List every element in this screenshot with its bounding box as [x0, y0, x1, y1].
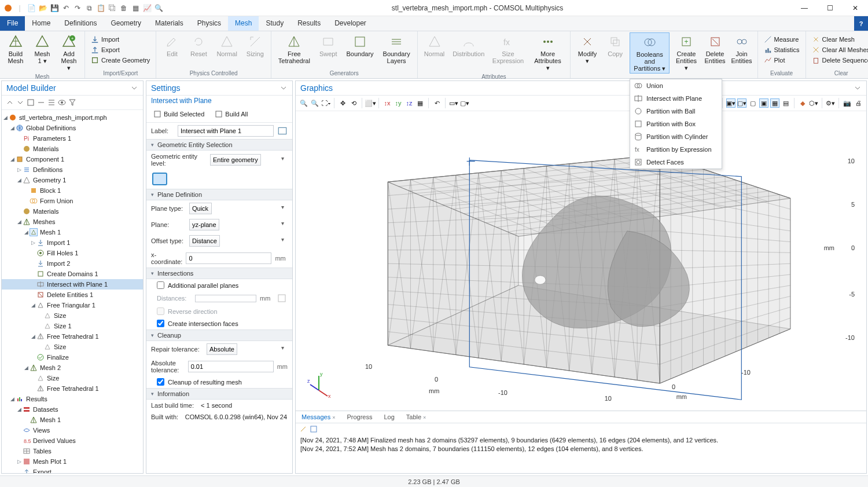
tree-node[interactable]: PiParameters 1: [2, 133, 143, 144]
dd-partition-cylinder[interactable]: Partition with Cylinder: [630, 130, 722, 143]
x-coordinate-input[interactable]: [186, 252, 271, 264]
select-edge-icon[interactable]: ▢: [748, 98, 757, 108]
more-attributes-button[interactable]: More Attributes ▾: [529, 32, 567, 72]
dd-partition-expression[interactable]: fxPartition by Expression: [630, 143, 722, 156]
tree-node[interactable]: ◢Geometry 1: [2, 175, 143, 185]
collapse-icon[interactable]: [854, 84, 862, 92]
save-icon[interactable]: 💾: [50, 3, 59, 13]
booleans-partitions-button[interactable]: Booleans and Partitions ▾: [630, 32, 670, 74]
tree-node[interactable]: ▷Mesh Plot 1: [2, 456, 143, 467]
pan-icon[interactable]: ✥: [338, 98, 347, 108]
duplicate-icon[interactable]: ⿻: [108, 3, 117, 13]
rotate-icon[interactable]: ⟲: [349, 98, 358, 108]
sec-intersections[interactable]: Intersections: [146, 268, 292, 279]
plane-select[interactable]: yz-plane: [189, 219, 219, 230]
tree-filter-icon[interactable]: [68, 98, 77, 107]
tree-node[interactable]: Export: [2, 467, 143, 473]
tab-log[interactable]: Log: [378, 411, 400, 423]
tree-node[interactable]: ◢Mesh 2: [2, 362, 143, 373]
tree-node[interactable]: ◢Free Tetrahedral 1: [2, 331, 143, 342]
tree-node[interactable]: ◢Free Triangular 1: [2, 300, 143, 310]
join-entities-button[interactable]: Join Entities: [730, 32, 754, 65]
dd-union[interactable]: Union: [630, 79, 722, 92]
zoom-in-icon[interactable]: 🔍: [299, 98, 308, 108]
new-icon[interactable]: 📄: [27, 3, 36, 13]
grid-icon[interactable]: ▦: [131, 3, 140, 13]
tree-node[interactable]: Size: [2, 342, 143, 352]
tree-node[interactable]: Materials: [2, 206, 143, 217]
collapse-icon[interactable]: [279, 84, 288, 92]
light-icon[interactable]: ▢▾: [460, 98, 469, 108]
offset-type-select[interactable]: Distance: [189, 235, 220, 247]
close-button[interactable]: ✕: [843, 0, 868, 16]
broom-icon[interactable]: [299, 425, 307, 433]
create-intersection-faces-checkbox[interactable]: [157, 320, 164, 327]
build-selected-button[interactable]: Build Selected: [151, 109, 207, 119]
dd-intersect-plane[interactable]: Intersect with Plane: [630, 92, 722, 105]
sec-plane-definition[interactable]: Plane Definition: [146, 189, 292, 200]
boundary-button[interactable]: Boundary: [343, 32, 377, 58]
nav-up-icon[interactable]: [5, 98, 14, 107]
tab-study[interactable]: Study: [259, 16, 290, 31]
tab-progress[interactable]: Progress: [341, 411, 378, 423]
tab-materials[interactable]: Materials: [148, 16, 190, 31]
zoom-extents-icon[interactable]: ⛶▾: [321, 98, 330, 108]
undo-view-icon[interactable]: ↶: [432, 98, 442, 108]
minimize-button[interactable]: —: [792, 0, 817, 16]
dd-partition-box[interactable]: Partition with Box: [630, 118, 722, 130]
sec-cleanup[interactable]: Cleanup: [146, 329, 292, 341]
clear-all-meshes-button[interactable]: Clear All Meshes: [810, 45, 868, 54]
collapse-all-icon[interactable]: [36, 98, 46, 107]
render-icon[interactable]: ◆: [798, 98, 807, 108]
paste-icon[interactable]: 📋: [96, 3, 105, 13]
copy-icon[interactable]: ⧉: [84, 3, 94, 13]
tree-node[interactable]: ◢Results: [2, 394, 143, 404]
view-xy-icon[interactable]: ⬜▾: [366, 98, 375, 108]
sec-information[interactable]: Information: [146, 388, 292, 400]
tree-node[interactable]: ◢Meshes: [2, 217, 143, 227]
clip-icon[interactable]: ▦: [415, 98, 425, 108]
sec-geometric-entity[interactable]: Geometric Entity Selection: [146, 139, 292, 151]
boundary-layers-button[interactable]: Boundary Layers: [380, 32, 414, 65]
mesh-select-button[interactable]: Mesh 1 ▾: [30, 32, 54, 65]
tree-node[interactable]: ◢stl_vertebra_mesh_import.mph: [2, 112, 143, 123]
print-icon[interactable]: 🖨: [854, 98, 863, 108]
mesh-options-icon[interactable]: ⬡▾: [809, 98, 818, 108]
axis-x-icon[interactable]: ↕x: [382, 98, 392, 108]
tree-node[interactable]: 8.5Derived Values: [2, 435, 143, 446]
eye-icon[interactable]: [57, 98, 67, 107]
tab-results[interactable]: Results: [290, 16, 328, 31]
settings-icon[interactable]: ⚙▾: [826, 98, 835, 108]
expand-icon[interactable]: [26, 98, 35, 107]
tree-node[interactable]: Views: [2, 425, 143, 435]
graphics-canvas[interactable]: 10 5 0 mm -5 -10 10 0 -10 mm -10 0 10 mm…: [296, 111, 866, 411]
label-icon[interactable]: [277, 126, 288, 136]
tab-messages[interactable]: Messages×: [296, 411, 341, 423]
zoom-out-icon[interactable]: 🔍: [310, 98, 319, 108]
repair-tolerance-select[interactable]: Absolute: [207, 343, 237, 355]
tree-node[interactable]: ▷Import 1: [2, 237, 143, 248]
save-log-icon[interactable]: [310, 425, 318, 433]
tree-node[interactable]: Mesh 1: [2, 415, 143, 425]
nav-down-icon[interactable]: [16, 98, 25, 107]
build-mesh-button[interactable]: Build Mesh: [3, 32, 28, 65]
axis-y-icon[interactable]: ↕y: [393, 98, 403, 108]
tree-node[interactable]: Create Domains 1: [2, 269, 143, 279]
tree-node[interactable]: Fill Holes 1: [2, 248, 143, 258]
tree-node[interactable]: Materials: [2, 144, 143, 154]
absolute-tolerance-input[interactable]: [188, 361, 274, 372]
cleanup-mesh-checkbox[interactable]: [157, 378, 164, 386]
tree-node[interactable]: Intersect with Plane 1: [2, 279, 143, 290]
tree-node[interactable]: ◢Mesh 1: [2, 227, 143, 237]
clear-mesh-button[interactable]: Clear Mesh: [810, 35, 868, 44]
chart-icon[interactable]: 📈: [142, 3, 152, 13]
modify-button[interactable]: Modify ▾: [574, 32, 601, 65]
maximize-button[interactable]: ☐: [817, 0, 843, 16]
select-none-icon[interactable]: ▤: [781, 98, 790, 108]
create-entities-button[interactable]: +Create Entities ▾: [672, 32, 700, 72]
dd-detect-faces[interactable]: Detect Faces: [630, 156, 722, 169]
export-button[interactable]: Export: [89, 45, 152, 54]
tab-physics[interactable]: Physics: [190, 16, 228, 31]
tree-node[interactable]: Size: [2, 373, 143, 383]
tab-geometry[interactable]: Geometry: [104, 16, 148, 31]
